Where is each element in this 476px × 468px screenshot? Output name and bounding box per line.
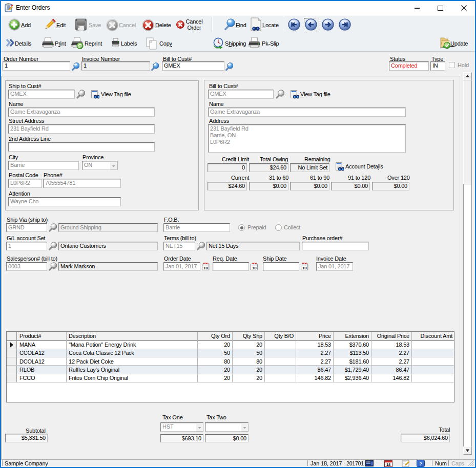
svg-text:?: ?: [419, 461, 422, 466]
svg-text:18: 18: [386, 462, 390, 467]
